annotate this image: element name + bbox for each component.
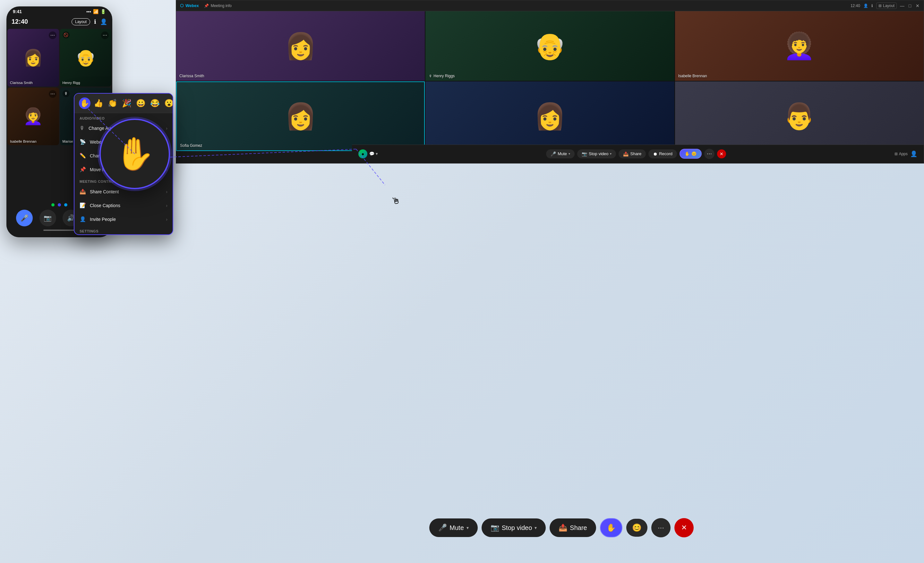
apps-button[interactable]: ⊞ Apps [894,152,908,156]
app-titlebar-left: ⬡ Webex 📌 Meeting info [180,3,232,8]
phone-header: 12:40 Layout ℹ 👤 [6,16,112,28]
big-stop-video-icon: 📷 [490,524,499,532]
big-more-button[interactable]: ⋯ [651,518,670,538]
share-content-label: Share Content [90,189,119,194]
layout-label: Layout [883,3,894,8]
share-content-icon: 📤 [80,189,86,195]
video-cell-sofia: 👩 Sofia Gomez [176,81,425,151]
phone-cell-menu-isabelle[interactable]: ⋯ [49,90,57,98]
minimize-button[interactable]: — [900,3,904,8]
bottom-large-toolbar: 🎤 Mute ▾ 📷 Stop video ▾ 📤 Share ✋ 😊 ⋯ ✕ [199,518,924,538]
mute-button[interactable]: 🎤 Mute ▾ [546,150,574,159]
captions-icon: 📝 [80,202,86,208]
stop-video-label: Stop video [589,151,608,156]
app-brand-name: Webex [186,3,199,8]
app-layout-button[interactable]: ⊞ Layout [876,3,897,9]
menu-item-left-6: 📝 Close Captions [80,202,120,208]
webex-audio-icon: 📡 [80,139,86,145]
info-icon: ℹ [872,3,873,8]
video-cell-clarissa: 👩 Clarissa Smith [176,11,425,81]
big-emoji-button[interactable]: 😊 [626,519,648,537]
phone-info-button[interactable]: ℹ [94,18,96,25]
share-button[interactable]: 📤 Share [619,150,646,159]
app-brand: ⬡ Webex [180,3,199,8]
record-button[interactable]: ⏺ Record [648,150,677,159]
menu-item-captions[interactable]: 📝 Close Captions › [74,198,172,212]
desktop-app: ⬡ Webex 📌 Meeting info 12:40 👤 ℹ ⊞ Layou… [176,0,924,163]
signal-icon: ▪▪▪ [86,9,91,14]
reaction-button[interactable]: ✋ 😊 [680,149,702,159]
video-label-sofia: Sofia Gomez [180,143,202,148]
emoji-thumbsup[interactable]: 👍 [92,97,105,109]
emoji-wow[interactable]: 😮 [163,97,173,109]
mic-henry-icon: 🎙 [429,74,432,78]
record-icon: ⏺ [653,151,657,156]
share-icon: 📤 [623,151,628,156]
big-stop-video-label: Stop video [502,524,532,532]
end-call-button[interactable]: ✕ [717,150,726,159]
emoji-laugh[interactable]: 😂 [149,97,161,109]
phone-layout-button[interactable]: Layout [72,18,90,25]
phone-cell-henry: 👴 🚫 ⋯ Henry Rigg [60,29,112,87]
menu-item-invite[interactable]: 👤 Invite People › [74,212,172,226]
battery-icon: 🔋 [100,9,106,14]
app-time: 12:40 [850,3,860,8]
hand-emoji-circle: ✋ [99,118,170,189]
share-label: Share [630,151,641,156]
stop-video-button[interactable]: 📷 Stop video ▾ [577,150,616,159]
chevron-icon-7: › [166,217,168,222]
app-titlebar-right: 12:40 👤 ℹ ⊞ Layout — □ ✕ [850,3,920,9]
phone-video-button[interactable]: 📷 [39,210,56,226]
status-indicator: ● [358,150,368,159]
big-stop-video-chevron-icon: ▾ [534,525,537,530]
mute-chevron-icon: ▾ [568,152,570,156]
henry-name: Henry Riggs [434,74,454,78]
big-close-icon: ✕ [681,524,687,532]
emoji-smile[interactable]: 😀 [135,97,147,109]
isabelle-name: Isabelle Brennan [678,74,707,78]
mute-icon: 🎤 [550,151,556,156]
invite-icon: 👤 [80,216,86,222]
more-options-button[interactable]: ⋯ [704,149,714,159]
section-settings: SETTINGS [74,226,172,234]
app-meeting-info[interactable]: 📌 Meeting info [204,3,232,8]
emoji-clap[interactable]: 👏 [106,97,119,109]
chevron-icon: › [166,126,168,131]
big-end-call-button[interactable]: ✕ [674,518,694,538]
stop-video-icon: 📷 [582,151,587,156]
toolbar-left: ● 💬 ▾ [358,150,378,159]
participants-button[interactable]: 👤 [910,150,917,157]
emoji-reaction-bar: ✋ 👍 👏 🎉 😀 😂 😮 [74,94,172,113]
video-bg-isabelle: 👩‍🦱 [675,11,924,81]
big-stop-video-button[interactable]: 📷 Stop video ▾ [482,518,546,537]
phone-cell-name-clarissa: Clarissa Smith [10,81,33,85]
phone-mute-button[interactable]: 🎤 [16,210,33,226]
big-mute-label: Mute [450,524,464,532]
video-cell-umar: 👨 Umar Patel [675,81,924,151]
phone-cell-menu-henry[interactable]: ⋯ [101,31,109,39]
maximize-button[interactable]: □ [908,3,912,8]
big-emoji-icon: 😊 [632,523,642,532]
emoji-hand-selected[interactable]: ✋ [79,97,90,109]
phone-time: 12:40 [12,18,28,25]
phone-cell-menu-clarissa[interactable]: ⋯ [49,31,57,39]
apps-label: Apps [899,152,908,156]
wifi-icon: 📶 [93,9,99,14]
close-button[interactable]: ✕ [915,3,920,8]
phone-participants-button[interactable]: 👤 [100,18,107,25]
video-label-isabelle: Isabelle Brennan [678,74,707,78]
video-bg-umar: 👨 [675,81,924,151]
toolbar-right: ⊞ Apps 👤 [894,150,917,157]
big-hand-icon: ✋ [606,523,616,532]
big-share-button[interactable]: 📤 Share [550,518,596,537]
big-mute-button[interactable]: 🎤 Mute ▾ [429,518,477,537]
video-cell-marise: 👩 🎙 Marise Torres [425,81,674,151]
phone-controls: Layout ℹ 👤 [72,18,107,25]
emoji-party[interactable]: 🎉 [121,97,133,109]
desktop-toolbar: ● 💬 ▾ 🎤 Mute ▾ 📷 Stop video ▾ 📤 Share ⏺ … [352,145,924,163]
chat-button[interactable]: 💬 ▾ [369,151,378,156]
dot-blue [58,203,61,207]
video-label-henry: 🎙 Henry Riggs [429,74,454,78]
phone-cell-mute-marise: 🎙 [63,90,70,97]
big-reaction-button[interactable]: ✋ [600,518,622,538]
